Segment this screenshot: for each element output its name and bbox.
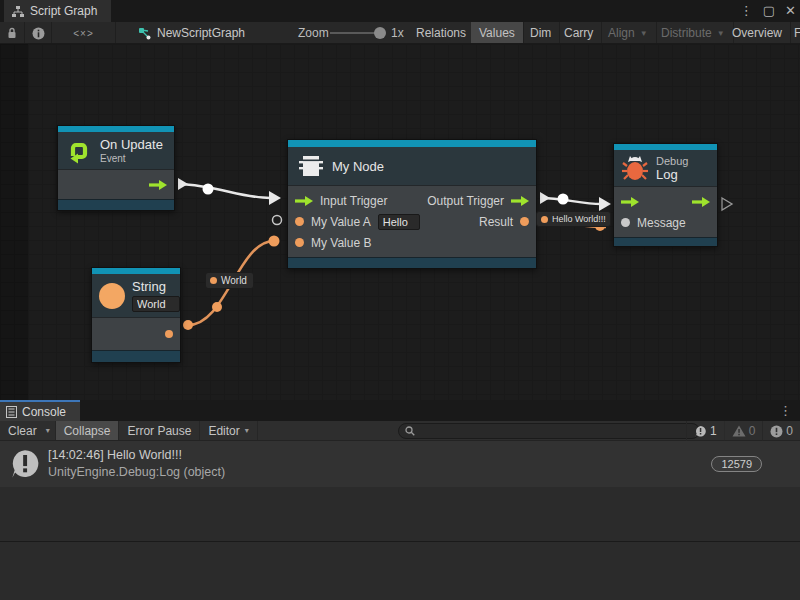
node-kicker: Debug [656, 155, 688, 167]
node-subtitle: Event [100, 153, 163, 164]
value-b-port[interactable] [295, 238, 304, 247]
node-footer [58, 199, 174, 210]
overview-label: Overview [732, 26, 782, 40]
graph-name[interactable]: NewScriptGraph [138, 22, 245, 44]
message-port[interactable] [621, 218, 630, 227]
wire-value-tooltip-world: World [205, 272, 254, 289]
align-label: Align [608, 26, 635, 40]
node-string[interactable]: String [91, 267, 181, 363]
distribute-button[interactable]: Distribute▼ [653, 22, 734, 44]
node-debug-log[interactable]: Debug Log Message [613, 143, 718, 247]
console-menu-icon[interactable]: ⋮ [779, 400, 792, 421]
clear-button[interactable]: Clear [0, 421, 41, 440]
error-pause-button[interactable]: Error Pause [119, 421, 200, 440]
value-a-field[interactable] [378, 214, 420, 230]
info-count-toggle[interactable]: 1 [686, 421, 724, 441]
wire-value-tooltip-hello-world: Hello World!!! [536, 211, 611, 227]
string-output-port[interactable] [165, 330, 173, 338]
value-a-port[interactable] [295, 217, 304, 226]
output-trigger-port[interactable] [511, 196, 529, 206]
value-dot-icon [541, 216, 548, 223]
carry-label: Carry [564, 26, 593, 40]
hollow-port-circle [273, 216, 282, 225]
dim-label: Dim [530, 26, 551, 40]
node-body: Message [614, 186, 717, 237]
node-title: My Node [332, 159, 384, 174]
node-my-node[interactable]: My Node Input Trigger Output Trigger [287, 139, 537, 269]
code-icon: <×> [73, 28, 94, 39]
align-button[interactable]: Align▼ [600, 22, 657, 44]
warning-count-toggle[interactable]: 0 [724, 421, 763, 441]
error-count-toggle[interactable]: 0 [762, 421, 800, 441]
overview-button[interactable]: Overview [724, 22, 791, 44]
input-trigger-port[interactable] [295, 196, 313, 206]
wire-mynode-to-debuglog[interactable] [541, 198, 601, 204]
zoom-slider[interactable] [330, 32, 380, 34]
loop-event-icon [66, 138, 92, 164]
relations-label: Relations [416, 26, 466, 40]
result-port[interactable] [520, 217, 529, 226]
search-input[interactable] [419, 425, 693, 437]
hollow-trigger-triangle [722, 198, 732, 210]
warning-triangle-icon [732, 425, 746, 437]
warning-count: 0 [749, 424, 756, 438]
lock-button[interactable] [0, 22, 25, 44]
collapse-button[interactable]: Collapse [56, 421, 120, 440]
console-search[interactable] [398, 423, 700, 439]
debug-input-trigger-port[interactable] [621, 197, 639, 207]
error-circle-icon [770, 425, 783, 438]
info-button[interactable] [25, 22, 52, 44]
flow-dot [212, 302, 222, 312]
values-label: Values [479, 26, 515, 40]
port-label-output-trigger: Output Trigger [427, 194, 504, 208]
log-line-2: UnityEngine.Debug:Log (object) [48, 464, 703, 481]
code-view-button[interactable]: <×> [52, 22, 116, 44]
console-detail-pane [0, 542, 800, 600]
zoom-label: Zoom [298, 22, 329, 44]
fullscreen-button[interactable]: Full S [786, 22, 800, 44]
wire-start-dot [183, 320, 193, 330]
editor-dropdown-button[interactable]: Editor ▾ [200, 421, 257, 440]
maximize-icon[interactable]: ▢ [763, 0, 775, 22]
string-literal-icon [99, 283, 125, 309]
flow-dot [558, 194, 569, 205]
tab-console[interactable]: Console [0, 400, 80, 421]
info-bubble-icon [694, 425, 707, 438]
tooltip-text: Hello World!!! [552, 214, 606, 224]
info-count: 1 [710, 424, 717, 438]
zoom-slider-handle[interactable] [374, 27, 386, 39]
tab-script-graph[interactable]: Script Graph [4, 0, 111, 22]
error-pause-label: Error Pause [127, 424, 191, 438]
window-menu-icon[interactable]: ⋮ [740, 0, 753, 22]
window-controls: ⋮ ▢ ✕ [740, 0, 796, 22]
node-footer [288, 257, 536, 268]
node-body [92, 317, 180, 350]
port-label-input-trigger: Input Trigger [320, 194, 387, 208]
debug-output-trigger-port[interactable] [692, 197, 710, 207]
script-graph-asset-icon [138, 27, 151, 40]
wire-end-dot [269, 236, 280, 247]
trigger-output-port[interactable] [149, 180, 167, 190]
values-button[interactable]: Values [471, 22, 524, 44]
console-tabbar: Console ⋮ [0, 400, 800, 421]
carry-button[interactable]: Carry [556, 22, 602, 44]
clear-dropdown-button[interactable]: ▾ [41, 421, 56, 440]
string-value-field[interactable] [132, 296, 180, 312]
lock-icon [7, 27, 17, 39]
node-on-update[interactable]: On Update Event [57, 125, 175, 211]
node-accent-bar [288, 140, 536, 147]
dim-button[interactable]: Dim [522, 22, 560, 44]
node-header: String [92, 274, 180, 317]
wire-end-arrow [599, 197, 611, 211]
value-dot-icon [210, 277, 217, 284]
search-icon [405, 426, 415, 436]
log-entry-row[interactable]: [14:02:46] Hello World!!! UnityEngine.De… [0, 441, 800, 487]
flow-dot [203, 184, 214, 195]
editor-label: Editor [208, 424, 239, 438]
close-icon[interactable]: ✕ [785, 0, 796, 22]
node-body [58, 169, 174, 199]
node-title: On Update [100, 137, 163, 152]
wire-onupdate-to-mynode[interactable] [179, 184, 270, 198]
graph-canvas[interactable]: On Update Event [0, 44, 800, 400]
relations-button[interactable]: Relations [408, 22, 475, 44]
